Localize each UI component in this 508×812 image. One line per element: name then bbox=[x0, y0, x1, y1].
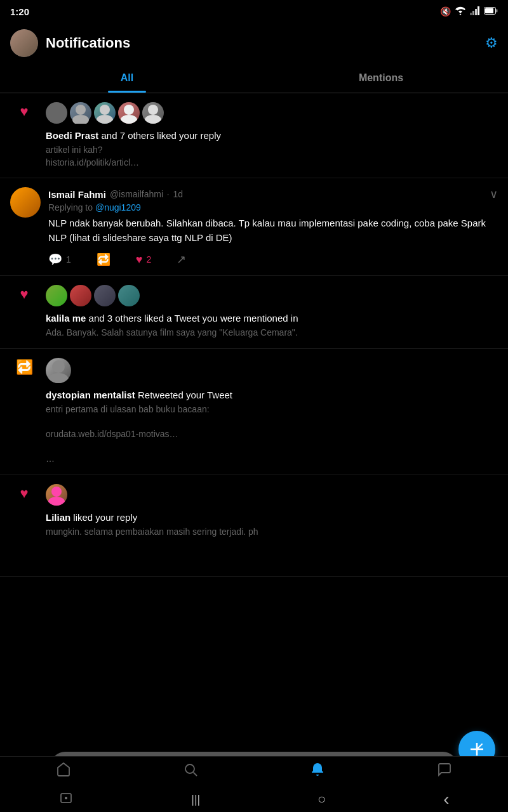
notif-avatars-1 bbox=[46, 102, 498, 124]
nav-messages-icon[interactable] bbox=[437, 762, 452, 781]
svg-point-24 bbox=[185, 764, 194, 773]
like-icon-1: ♥ bbox=[136, 253, 143, 266]
heart-icon: ♥ bbox=[20, 103, 28, 120]
retweet-action-1[interactable]: 🔁 bbox=[97, 252, 110, 266]
notif-avatars-4 bbox=[46, 358, 498, 383]
avatar-k4 bbox=[118, 285, 140, 306]
avatar-k1 bbox=[46, 285, 67, 306]
tweet-header-1: Ismail Fahmi @ismailfahmi · 1d ∨ Replyin… bbox=[10, 187, 498, 266]
svg-rect-1 bbox=[472, 11, 474, 15]
avatar-k2 bbox=[70, 285, 91, 306]
reply-count-1: 1 bbox=[66, 254, 71, 265]
notif-content-1: Boedi Prast and 7 others liked your repl… bbox=[46, 102, 498, 169]
svg-line-25 bbox=[194, 772, 197, 776]
tab-mentions[interactable]: Mentions bbox=[254, 63, 508, 93]
avatar-1 bbox=[46, 102, 67, 124]
notif-text-5: Lilian liked your reply bbox=[46, 511, 498, 524]
notif-avatars-3 bbox=[46, 285, 498, 306]
tweet-user-info-1: Ismail Fahmi @ismailfahmi · 1d bbox=[48, 189, 183, 200]
nav-search-icon[interactable] bbox=[183, 762, 198, 781]
tweet-time-1: 1d bbox=[173, 189, 183, 199]
svg-point-17 bbox=[51, 487, 62, 497]
settings-icon[interactable]: ⚙ bbox=[485, 35, 498, 51]
svg-point-23 bbox=[65, 797, 67, 799]
avatar-k3 bbox=[94, 285, 116, 306]
svg-point-7 bbox=[76, 105, 86, 115]
tweet-body-1: Ismail Fahmi @ismailfahmi · 1d ∨ Replyin… bbox=[48, 187, 498, 266]
notif-content-5: Lilian liked your reply mungkin. selama … bbox=[46, 484, 498, 539]
notif-content-3: kalila me and 3 others liked a Tweet you… bbox=[46, 285, 498, 339]
share-action-1[interactable]: ↗ bbox=[177, 252, 186, 266]
share-icon: ↗ bbox=[177, 252, 186, 266]
wifi-icon bbox=[455, 6, 466, 17]
svg-point-15 bbox=[52, 360, 65, 373]
svg-rect-6 bbox=[496, 10, 498, 13]
svg-rect-0 bbox=[470, 13, 472, 15]
tweet-replying-1: Replying to @nugi1209 bbox=[48, 202, 498, 213]
page-title: Notifications bbox=[46, 35, 130, 51]
svg-rect-3 bbox=[478, 6, 479, 15]
avatar-4 bbox=[118, 102, 140, 124]
user-avatar[interactable] bbox=[10, 29, 38, 57]
back-btn[interactable]: ‹ bbox=[443, 789, 449, 809]
chevron-down-icon[interactable]: ∨ bbox=[490, 187, 498, 201]
tweet-actions-1: 💬 1 🔁 ♥ 2 ↗ bbox=[48, 252, 498, 266]
header: Notifications ⚙ bbox=[0, 23, 508, 63]
notification-like-group-2[interactable]: ♥ kalila me and 3 others liked a Tweet y… bbox=[0, 276, 508, 349]
retweet-indicator-icon: 🔁 bbox=[16, 359, 33, 376]
nav-notifications-icon[interactable] bbox=[310, 762, 325, 781]
notification-retweet-1[interactable]: 🔁 dystopian mentalist Retweeted your Twe… bbox=[0, 349, 508, 475]
svg-point-14 bbox=[145, 115, 161, 124]
like-action-1[interactable]: ♥ 2 bbox=[136, 253, 151, 266]
svg-point-8 bbox=[72, 115, 89, 124]
home-btn[interactable]: ○ bbox=[318, 791, 326, 808]
status-icons: 🔇 bbox=[440, 6, 498, 17]
recent-apps-btn[interactable]: ||| bbox=[191, 793, 200, 806]
notification-like-single-1[interactable]: ♥ Lilian liked your reply mungkin. selam… bbox=[0, 475, 508, 577]
notif-content-4: dystopian mentalist Retweeted your Tweet… bbox=[46, 358, 498, 466]
tweet-username-1: Ismail Fahmi bbox=[48, 189, 106, 200]
avatar-lilian bbox=[46, 484, 67, 506]
svg-point-13 bbox=[148, 105, 158, 115]
notif-avatars-5 bbox=[46, 484, 498, 506]
reply-mention-1[interactable]: @nugi1209 bbox=[95, 202, 141, 213]
reply-action-1[interactable]: 💬 1 bbox=[48, 252, 71, 266]
heart-icon-3: ♥ bbox=[20, 485, 28, 502]
tweet-avatar-1[interactable] bbox=[10, 187, 41, 218]
nav-home-icon[interactable] bbox=[56, 762, 71, 781]
notif-text-1: Boedi Prast and 7 others liked your repl… bbox=[46, 129, 498, 142]
svg-line-21 bbox=[478, 744, 482, 748]
avatar-2 bbox=[70, 102, 91, 124]
notification-tweet-1[interactable]: Ismail Fahmi @ismailfahmi · 1d ∨ Replyin… bbox=[0, 178, 508, 276]
tabs-bar: All Mentions bbox=[0, 63, 508, 93]
svg-rect-2 bbox=[475, 9, 477, 15]
tab-all[interactable]: All bbox=[0, 63, 254, 93]
tweet-user-row-1: Ismail Fahmi @ismailfahmi · 1d ∨ bbox=[48, 187, 498, 201]
svg-point-16 bbox=[48, 373, 69, 383]
notif-subtext-4: entri pertama di ulasan bab buku bacaan:… bbox=[46, 403, 498, 466]
notif-subtext-1: artikel ini kah?historia.id/politik/arti… bbox=[46, 144, 498, 169]
android-nav: ||| ○ ‹ bbox=[0, 787, 508, 812]
heart-icon-2: ♥ bbox=[20, 286, 28, 303]
svg-point-9 bbox=[100, 105, 110, 115]
nav-icon-left bbox=[58, 790, 74, 809]
notification-like-group-1[interactable]: ♥ Boedi Prast and 7 others liked you bbox=[0, 93, 508, 178]
status-bar: 1:20 🔇 bbox=[0, 0, 508, 23]
like-count-1: 2 bbox=[146, 254, 151, 265]
notif-subtext-5: mungkin. selama pembaiakan masih sering … bbox=[46, 526, 498, 539]
avatar-5 bbox=[142, 102, 164, 124]
svg-point-11 bbox=[124, 105, 134, 115]
signal-icon bbox=[470, 6, 480, 17]
svg-rect-5 bbox=[485, 8, 493, 13]
svg-point-12 bbox=[121, 115, 137, 124]
avatar-retweet bbox=[46, 358, 71, 383]
notif-subtext-3: Ada. Banyak. Salah satunya film saya yan… bbox=[46, 327, 498, 339]
avatar-3 bbox=[94, 102, 116, 124]
battery-icon bbox=[484, 6, 498, 16]
header-left: Notifications bbox=[10, 29, 130, 57]
retweet-icon: 🔁 bbox=[97, 252, 110, 266]
svg-point-10 bbox=[97, 115, 113, 124]
mute-icon: 🔇 bbox=[440, 6, 451, 16]
tweet-handle-1: @ismailfahmi bbox=[110, 189, 163, 199]
status-time: 1:20 bbox=[10, 6, 29, 17]
